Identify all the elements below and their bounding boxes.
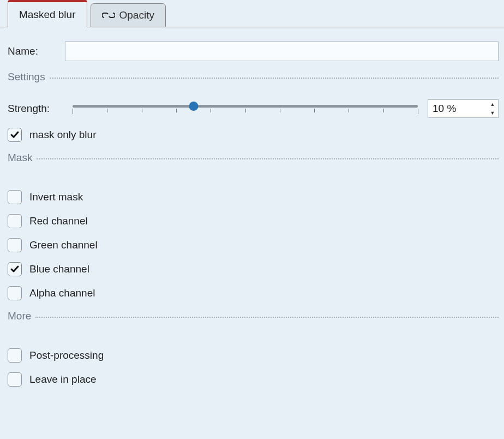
tab-masked-blur[interactable]: Masked blur (8, 0, 87, 27)
alpha-channel-label: Alpha channel (29, 287, 95, 299)
strength-value[interactable]: 10 % (428, 100, 487, 117)
strength-spinner[interactable]: 10 % ▲ ▼ (428, 99, 499, 118)
red-channel-checkbox[interactable] (8, 214, 22, 228)
leave-in-place-checkbox[interactable] (8, 372, 22, 387)
invert-mask-checkbox[interactable] (8, 190, 22, 204)
section-more: More (8, 310, 499, 322)
slider-track (73, 105, 418, 108)
red-channel-label: Red channel (29, 215, 88, 227)
post-processing-checkbox[interactable] (8, 348, 22, 363)
name-input[interactable] (65, 41, 499, 61)
tab-label: Masked blur (19, 9, 76, 21)
alpha-channel-checkbox[interactable] (8, 286, 22, 300)
section-mask: Mask (8, 152, 499, 164)
section-settings: Settings (8, 71, 499, 83)
tab-label: Opacity (119, 9, 154, 21)
spinner-up-icon[interactable]: ▲ (487, 100, 498, 109)
spinner-down-icon[interactable]: ▼ (487, 109, 498, 117)
strength-label: Strength: (8, 103, 50, 115)
invert-mask-label: Invert mask (29, 191, 83, 203)
chain-link-icon (102, 10, 115, 20)
name-label: Name: (8, 45, 65, 57)
blue-channel-label: Blue channel (29, 263, 89, 275)
mask-only-blur-label: mask only blur (29, 129, 97, 141)
tab-opacity[interactable]: Opacity (91, 3, 166, 27)
tabs-bar: Masked blur Opacity (0, 0, 504, 27)
post-processing-label: Post-processing (29, 349, 104, 361)
green-channel-label: Green channel (29, 239, 98, 251)
green-channel-checkbox[interactable] (8, 238, 22, 252)
slider-thumb[interactable] (189, 102, 198, 111)
mask-only-blur-checkbox[interactable] (8, 128, 22, 142)
strength-slider[interactable] (73, 99, 418, 118)
leave-in-place-label: Leave in place (29, 373, 97, 385)
blue-channel-checkbox[interactable] (8, 262, 22, 276)
